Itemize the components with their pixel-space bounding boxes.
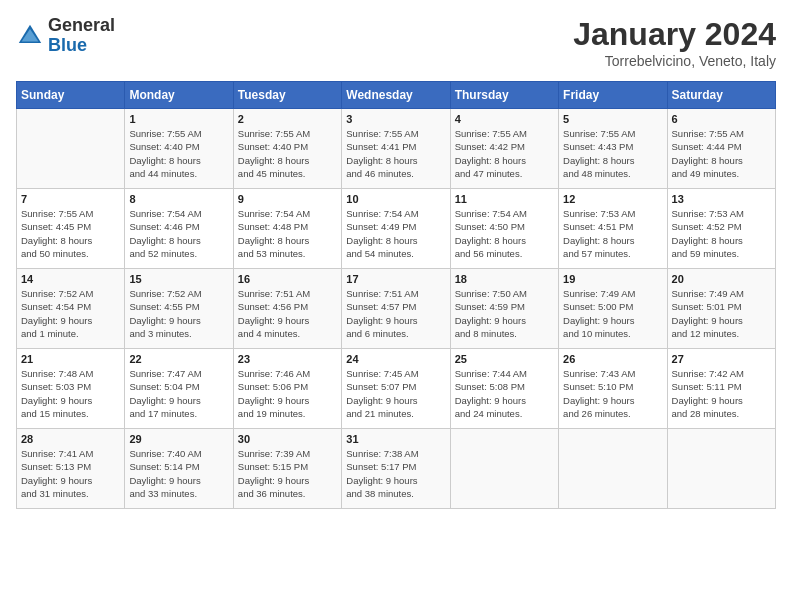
day-info: Sunrise: 7:40 AM Sunset: 5:14 PM Dayligh… xyxy=(129,447,228,500)
day-number: 3 xyxy=(346,113,445,125)
logo: General Blue xyxy=(16,16,115,56)
day-info: Sunrise: 7:44 AM Sunset: 5:08 PM Dayligh… xyxy=(455,367,554,420)
calendar-cell: 26Sunrise: 7:43 AM Sunset: 5:10 PM Dayli… xyxy=(559,349,667,429)
calendar-cell: 16Sunrise: 7:51 AM Sunset: 4:56 PM Dayli… xyxy=(233,269,341,349)
day-info: Sunrise: 7:39 AM Sunset: 5:15 PM Dayligh… xyxy=(238,447,337,500)
calendar-cell xyxy=(450,429,558,509)
day-number: 6 xyxy=(672,113,771,125)
day-info: Sunrise: 7:55 AM Sunset: 4:41 PM Dayligh… xyxy=(346,127,445,180)
calendar-cell: 14Sunrise: 7:52 AM Sunset: 4:54 PM Dayli… xyxy=(17,269,125,349)
day-number: 13 xyxy=(672,193,771,205)
calendar-cell: 4Sunrise: 7:55 AM Sunset: 4:42 PM Daylig… xyxy=(450,109,558,189)
calendar-cell: 20Sunrise: 7:49 AM Sunset: 5:01 PM Dayli… xyxy=(667,269,775,349)
logo-general-text: General xyxy=(48,15,115,35)
day-number: 20 xyxy=(672,273,771,285)
day-info: Sunrise: 7:49 AM Sunset: 5:01 PM Dayligh… xyxy=(672,287,771,340)
month-title: January 2024 xyxy=(573,16,776,53)
day-info: Sunrise: 7:47 AM Sunset: 5:04 PM Dayligh… xyxy=(129,367,228,420)
day-number: 7 xyxy=(21,193,120,205)
title-block: January 2024 Torrebelvicino, Veneto, Ita… xyxy=(573,16,776,69)
day-number: 30 xyxy=(238,433,337,445)
weekday-header-thursday: Thursday xyxy=(450,82,558,109)
day-number: 15 xyxy=(129,273,228,285)
day-info: Sunrise: 7:42 AM Sunset: 5:11 PM Dayligh… xyxy=(672,367,771,420)
day-number: 17 xyxy=(346,273,445,285)
weekday-header-wednesday: Wednesday xyxy=(342,82,450,109)
calendar-cell: 29Sunrise: 7:40 AM Sunset: 5:14 PM Dayli… xyxy=(125,429,233,509)
logo-blue-text: Blue xyxy=(48,35,87,55)
calendar-cell: 1Sunrise: 7:55 AM Sunset: 4:40 PM Daylig… xyxy=(125,109,233,189)
day-number: 26 xyxy=(563,353,662,365)
day-number: 29 xyxy=(129,433,228,445)
day-info: Sunrise: 7:46 AM Sunset: 5:06 PM Dayligh… xyxy=(238,367,337,420)
day-number: 10 xyxy=(346,193,445,205)
day-number: 11 xyxy=(455,193,554,205)
weekday-header-saturday: Saturday xyxy=(667,82,775,109)
calendar-table: SundayMondayTuesdayWednesdayThursdayFrid… xyxy=(16,81,776,509)
calendar-cell: 8Sunrise: 7:54 AM Sunset: 4:46 PM Daylig… xyxy=(125,189,233,269)
calendar-cell: 13Sunrise: 7:53 AM Sunset: 4:52 PM Dayli… xyxy=(667,189,775,269)
page-header: General Blue January 2024 Torrebelvicino… xyxy=(16,16,776,69)
day-number: 4 xyxy=(455,113,554,125)
day-number: 12 xyxy=(563,193,662,205)
day-number: 8 xyxy=(129,193,228,205)
weekday-header-tuesday: Tuesday xyxy=(233,82,341,109)
day-number: 2 xyxy=(238,113,337,125)
day-info: Sunrise: 7:50 AM Sunset: 4:59 PM Dayligh… xyxy=(455,287,554,340)
day-info: Sunrise: 7:54 AM Sunset: 4:48 PM Dayligh… xyxy=(238,207,337,260)
weekday-header-monday: Monday xyxy=(125,82,233,109)
calendar-cell: 28Sunrise: 7:41 AM Sunset: 5:13 PM Dayli… xyxy=(17,429,125,509)
calendar-week-5: 28Sunrise: 7:41 AM Sunset: 5:13 PM Dayli… xyxy=(17,429,776,509)
calendar-cell: 11Sunrise: 7:54 AM Sunset: 4:50 PM Dayli… xyxy=(450,189,558,269)
day-number: 9 xyxy=(238,193,337,205)
weekday-header-row: SundayMondayTuesdayWednesdayThursdayFrid… xyxy=(17,82,776,109)
day-info: Sunrise: 7:54 AM Sunset: 4:49 PM Dayligh… xyxy=(346,207,445,260)
calendar-cell: 2Sunrise: 7:55 AM Sunset: 4:40 PM Daylig… xyxy=(233,109,341,189)
day-number: 18 xyxy=(455,273,554,285)
day-number: 25 xyxy=(455,353,554,365)
calendar-cell xyxy=(667,429,775,509)
calendar-cell xyxy=(559,429,667,509)
day-info: Sunrise: 7:55 AM Sunset: 4:42 PM Dayligh… xyxy=(455,127,554,180)
day-number: 24 xyxy=(346,353,445,365)
calendar-cell xyxy=(17,109,125,189)
day-number: 31 xyxy=(346,433,445,445)
day-info: Sunrise: 7:55 AM Sunset: 4:44 PM Dayligh… xyxy=(672,127,771,180)
calendar-cell: 15Sunrise: 7:52 AM Sunset: 4:55 PM Dayli… xyxy=(125,269,233,349)
weekday-header-friday: Friday xyxy=(559,82,667,109)
day-number: 21 xyxy=(21,353,120,365)
day-info: Sunrise: 7:55 AM Sunset: 4:43 PM Dayligh… xyxy=(563,127,662,180)
day-info: Sunrise: 7:53 AM Sunset: 4:51 PM Dayligh… xyxy=(563,207,662,260)
day-info: Sunrise: 7:51 AM Sunset: 4:56 PM Dayligh… xyxy=(238,287,337,340)
calendar-week-2: 7Sunrise: 7:55 AM Sunset: 4:45 PM Daylig… xyxy=(17,189,776,269)
day-number: 14 xyxy=(21,273,120,285)
day-info: Sunrise: 7:49 AM Sunset: 5:00 PM Dayligh… xyxy=(563,287,662,340)
day-info: Sunrise: 7:52 AM Sunset: 4:55 PM Dayligh… xyxy=(129,287,228,340)
calendar-cell: 9Sunrise: 7:54 AM Sunset: 4:48 PM Daylig… xyxy=(233,189,341,269)
day-info: Sunrise: 7:52 AM Sunset: 4:54 PM Dayligh… xyxy=(21,287,120,340)
day-info: Sunrise: 7:54 AM Sunset: 4:46 PM Dayligh… xyxy=(129,207,228,260)
day-number: 27 xyxy=(672,353,771,365)
calendar-cell: 30Sunrise: 7:39 AM Sunset: 5:15 PM Dayli… xyxy=(233,429,341,509)
day-number: 28 xyxy=(21,433,120,445)
calendar-cell: 10Sunrise: 7:54 AM Sunset: 4:49 PM Dayli… xyxy=(342,189,450,269)
calendar-cell: 25Sunrise: 7:44 AM Sunset: 5:08 PM Dayli… xyxy=(450,349,558,429)
day-info: Sunrise: 7:48 AM Sunset: 5:03 PM Dayligh… xyxy=(21,367,120,420)
day-number: 5 xyxy=(563,113,662,125)
calendar-cell: 12Sunrise: 7:53 AM Sunset: 4:51 PM Dayli… xyxy=(559,189,667,269)
day-info: Sunrise: 7:41 AM Sunset: 5:13 PM Dayligh… xyxy=(21,447,120,500)
calendar-cell: 27Sunrise: 7:42 AM Sunset: 5:11 PM Dayli… xyxy=(667,349,775,429)
logo-icon xyxy=(16,22,44,50)
day-info: Sunrise: 7:45 AM Sunset: 5:07 PM Dayligh… xyxy=(346,367,445,420)
calendar-cell: 17Sunrise: 7:51 AM Sunset: 4:57 PM Dayli… xyxy=(342,269,450,349)
day-number: 19 xyxy=(563,273,662,285)
calendar-cell: 23Sunrise: 7:46 AM Sunset: 5:06 PM Dayli… xyxy=(233,349,341,429)
calendar-cell: 3Sunrise: 7:55 AM Sunset: 4:41 PM Daylig… xyxy=(342,109,450,189)
calendar-cell: 18Sunrise: 7:50 AM Sunset: 4:59 PM Dayli… xyxy=(450,269,558,349)
location: Torrebelvicino, Veneto, Italy xyxy=(573,53,776,69)
calendar-cell: 22Sunrise: 7:47 AM Sunset: 5:04 PM Dayli… xyxy=(125,349,233,429)
day-info: Sunrise: 7:55 AM Sunset: 4:40 PM Dayligh… xyxy=(129,127,228,180)
calendar-cell: 5Sunrise: 7:55 AM Sunset: 4:43 PM Daylig… xyxy=(559,109,667,189)
calendar-cell: 31Sunrise: 7:38 AM Sunset: 5:17 PM Dayli… xyxy=(342,429,450,509)
calendar-cell: 21Sunrise: 7:48 AM Sunset: 5:03 PM Dayli… xyxy=(17,349,125,429)
